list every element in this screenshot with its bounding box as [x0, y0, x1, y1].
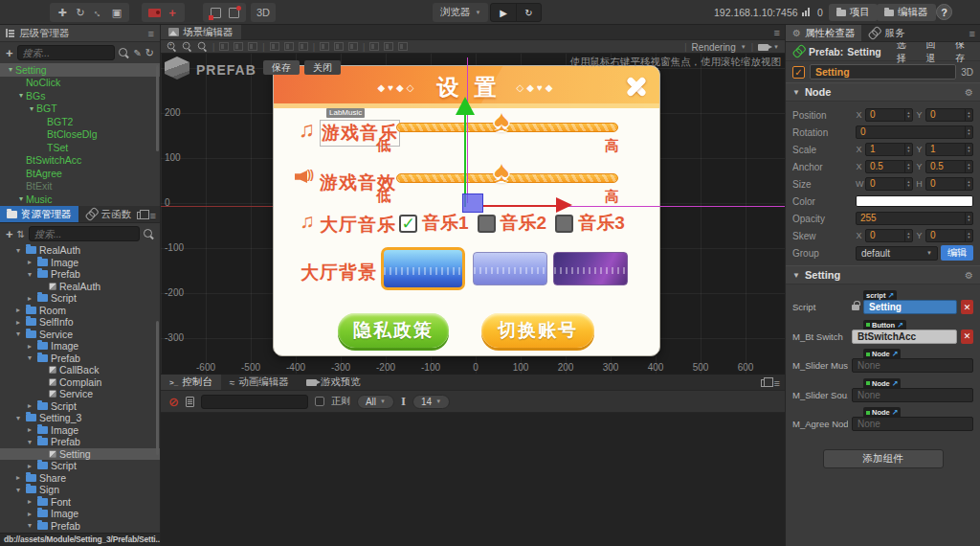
stepper[interactable]: ▴▾	[904, 230, 912, 241]
play-button[interactable]: ▶	[491, 4, 516, 21]
asset-item-CallBack[interactable]: CallBack	[0, 364, 160, 376]
add-asset-button[interactable]: +	[6, 227, 13, 241]
tab-scene-editor[interactable]: 场景编辑器	[161, 25, 241, 39]
asset-item-Prefab[interactable]: ▾Prefab	[0, 436, 160, 448]
scale-tool-icon[interactable]: ↔	[88, 2, 110, 24]
hierarchy-item-NoClick[interactable]: NoClick	[0, 77, 160, 90]
tab-console-2[interactable]: 游戏预览	[298, 375, 369, 390]
asset-item-Image[interactable]: ▸Image	[0, 508, 160, 520]
ref-value-field[interactable]: BtSwitchAcc	[852, 330, 957, 344]
console-duplicate-icon[interactable]	[761, 379, 768, 387]
stepper[interactable]: ▴▾	[965, 144, 972, 155]
ref-value-field[interactable]: None	[852, 388, 973, 402]
refresh-icon[interactable]: ↻	[145, 47, 154, 59]
music-option-checkbox-3[interactable]	[555, 215, 573, 233]
stepper[interactable]: ▴▾	[904, 144, 912, 155]
rotation-value-input[interactable]: 0▴▾	[856, 125, 973, 139]
add-node-button[interactable]: +	[6, 46, 13, 60]
scene-menu-icon[interactable]: ≡	[774, 27, 780, 38]
gear-icon[interactable]: ⚙	[965, 87, 973, 98]
asset-item-Complain[interactable]: Complain	[0, 376, 160, 389]
asset-item-Sign[interactable]: ▾Sign	[0, 484, 160, 496]
3d-toggle-button[interactable]: 3D	[256, 5, 271, 20]
hierarchy-item-BtAgree[interactable]: BtAgree	[0, 167, 160, 180]
align-tool-icon[interactable]	[270, 42, 279, 51]
assets-search-icon[interactable]	[144, 229, 154, 239]
external-link-icon[interactable]: ↗	[887, 291, 894, 300]
collapse-arrow-icon[interactable]: ▸	[13, 306, 23, 314]
collapse-arrow-icon[interactable]: ▾	[13, 330, 23, 338]
rotate-tool-icon[interactable]: ↻	[73, 5, 88, 20]
collapse-arrow-icon[interactable]: ▾	[25, 521, 34, 530]
prefab-close-button[interactable]: 关闭	[304, 60, 341, 75]
sound-slider-handle[interactable]: ♠	[494, 155, 509, 188]
move-tool-icon[interactable]: ✚	[55, 5, 70, 20]
align-tool-icon[interactable]	[234, 42, 243, 51]
collapse-arrow-icon[interactable]: ▸	[25, 425, 34, 434]
align-tool-icon[interactable]	[348, 42, 358, 51]
reload-button[interactable]: ↻	[516, 4, 541, 21]
asset-item-Image[interactable]: ▸Image	[0, 257, 160, 269]
align-tool-icon[interactable]	[384, 42, 393, 51]
size-h-input[interactable]: 0▴▾	[925, 177, 973, 191]
log-level-dropdown[interactable]: All▼	[357, 395, 394, 409]
skew-y-input[interactable]: 0▴▾	[925, 229, 973, 242]
tab-service[interactable]: 服务	[861, 25, 911, 41]
stepper-down-icon[interactable]: ▾	[907, 167, 909, 171]
open-editor-button[interactable]: 编辑器	[877, 4, 936, 21]
align-tool-icon[interactable]	[369, 42, 379, 51]
align-tool-icon[interactable]	[248, 42, 257, 51]
asset-item-RealAuth[interactable]: ▾RealAuth	[0, 244, 160, 257]
hierarchy-item-BGT[interactable]: ▾BGT	[0, 102, 160, 116]
asset-item-Image[interactable]: ▸Image	[0, 424, 160, 437]
collapse-arrow-icon[interactable]: ▸	[25, 510, 34, 518]
hierarchy-item-BtExit[interactable]: BtExit	[0, 180, 160, 193]
collapse-arrow-icon[interactable]: ▸	[25, 342, 34, 351]
sort-icon[interactable]: ⇅	[17, 229, 25, 239]
collapse-arrow-icon[interactable]: ▼	[792, 88, 800, 97]
switch-account-button[interactable]: 切换账号	[481, 313, 594, 348]
scale-x-input[interactable]: 1▴▾	[865, 143, 913, 156]
asset-item-Image[interactable]: ▸Image	[0, 340, 160, 353]
stepper[interactable]: ▴▾	[904, 178, 912, 190]
tab-console-1[interactable]: ≈动画编辑器	[221, 375, 298, 390]
stepper[interactable]: ▴▾	[965, 213, 972, 224]
collapse-arrow-icon[interactable]: ▾	[25, 353, 34, 362]
hierarchy-item-TSet[interactable]: TSet	[0, 141, 160, 154]
hierarchy-menu-icon[interactable]: ≡	[148, 28, 154, 39]
ref-value-field[interactable]: None	[852, 358, 973, 373]
asset-item-SelfInfo[interactable]: ▸SelfInfo	[0, 316, 160, 329]
align-tool-icon[interactable]	[299, 42, 308, 51]
asset-item-Script[interactable]: ▸Script	[0, 460, 160, 472]
collapse-arrow-icon[interactable]: ▾	[13, 246, 23, 255]
stepper[interactable]: ▴▾	[965, 230, 972, 241]
external-link-icon[interactable]: ↗	[892, 408, 899, 417]
privacy-policy-button[interactable]: 隐私政策	[338, 313, 449, 348]
stepper-down-icon[interactable]: ▾	[968, 236, 969, 239]
collapse-arrow-icon[interactable]: ▾	[16, 91, 26, 100]
dialog-close-button[interactable]	[623, 73, 650, 100]
align-tool-icon[interactable]	[398, 42, 408, 51]
align-tool-icon[interactable]	[219, 42, 229, 51]
collapse-arrow-icon[interactable]: ▸	[13, 318, 23, 327]
stepper[interactable]: ▴▾	[965, 161, 972, 172]
stepper[interactable]: ▴▾	[965, 126, 972, 138]
anchor-target-icon[interactable]	[226, 5, 241, 20]
zoom-out-icon[interactable]: -	[183, 42, 191, 51]
duplicate-icon[interactable]	[137, 212, 145, 219]
hierarchy-search-input[interactable]	[17, 45, 116, 60]
asset-item-Prefab[interactable]: ▾Prefab	[0, 520, 160, 533]
regex-checkbox[interactable]	[315, 397, 324, 406]
collapse-arrow-icon[interactable]: ▸	[13, 473, 23, 482]
stepper[interactable]: ▴▾	[965, 109, 972, 121]
stepper-down-icon[interactable]: ▾	[907, 236, 909, 239]
stepper[interactable]: ▴▾	[904, 161, 912, 172]
console-menu-icon[interactable]: ≡	[774, 377, 780, 389]
add-component-button[interactable]: 添加组件	[823, 449, 944, 468]
log-file-icon[interactable]	[186, 397, 194, 407]
remove-reference-button[interactable]: ✕	[961, 330, 973, 344]
scene-viewport[interactable]: PREFAB 保存 关闭 使用鼠标右键平移视窗焦点，使用滚轮缩放视图 30020…	[161, 54, 785, 374]
add-gizmo-icon[interactable]: +	[165, 5, 180, 20]
collapse-arrow-icon[interactable]: ▸	[25, 294, 34, 303]
asset-item-Service[interactable]: Service	[0, 388, 160, 400]
